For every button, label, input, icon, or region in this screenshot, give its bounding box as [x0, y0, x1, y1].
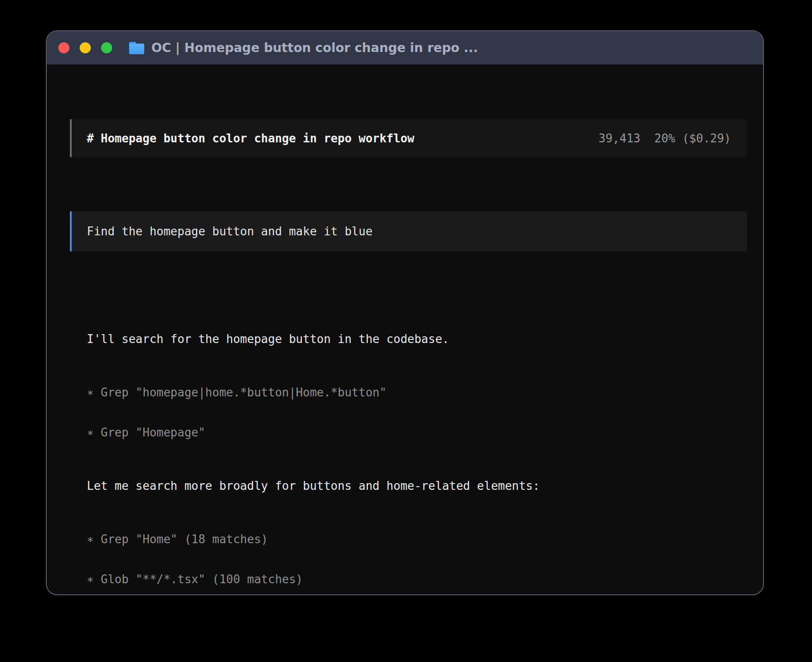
minimize-button[interactable]	[80, 42, 91, 53]
tool-call-grep: ∗ Grep "homepage|home.*button|Home.*butt…	[87, 386, 747, 399]
terminal-content: # Homepage button color change in repo w…	[47, 65, 763, 595]
assistant-text-line: Let me search more broadly for buttons a…	[87, 479, 747, 492]
user-message-text: Find the homepage button and make it blu…	[87, 225, 373, 238]
user-message: Find the homepage button and make it blu…	[70, 211, 747, 251]
window-titlebar[interactable]: OC | Homepage button color change in rep…	[47, 31, 763, 65]
tool-call-grep: ∗ Grep "Home" (18 matches)	[87, 533, 747, 546]
tool-call-grep: ∗ Grep "Homepage"	[87, 426, 747, 439]
session-title: # Homepage button color change in repo w…	[87, 132, 414, 145]
assistant-output: I'll search for the homepage button in t…	[70, 306, 747, 595]
folder-icon	[129, 42, 144, 54]
maximize-button[interactable]	[101, 42, 112, 53]
session-token-stats: 39,413 20% ($0.29)	[599, 132, 731, 145]
terminal-window: OC | Homepage button color change in rep…	[46, 30, 764, 595]
tool-call-glob: ∗ Glob "**/*.tsx" (100 matches)	[87, 573, 747, 586]
close-button[interactable]	[58, 42, 69, 53]
session-header: # Homepage button color change in repo w…	[70, 119, 747, 157]
window-title: OC | Homepage button color change in rep…	[151, 40, 478, 55]
assistant-text-line: I'll search for the homepage button in t…	[87, 332, 747, 346]
traffic-lights	[58, 42, 112, 53]
